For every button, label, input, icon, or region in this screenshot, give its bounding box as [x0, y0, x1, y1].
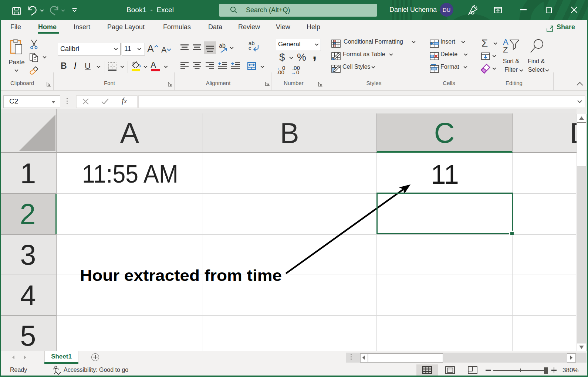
svg-text:11:55 AM: 11:55 AM	[82, 160, 178, 188]
svg-text:Hour extracted from time: Hour extracted from time	[80, 267, 282, 284]
svg-text:11: 11	[431, 160, 459, 189]
